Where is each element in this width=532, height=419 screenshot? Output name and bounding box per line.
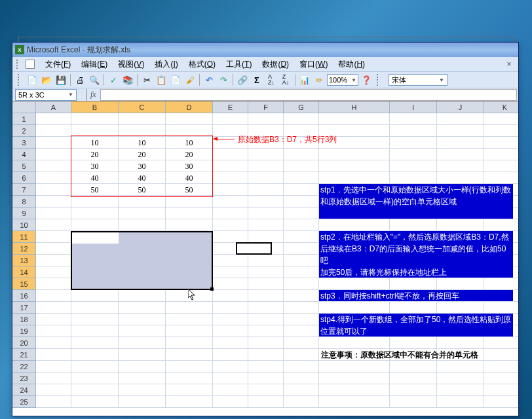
sort-asc-icon[interactable]: AZ↓ [265, 73, 278, 86]
cell[interactable] [166, 219, 213, 231]
row-header[interactable]: 25 [12, 396, 36, 408]
cell[interactable] [248, 325, 284, 337]
menu-window[interactable]: 窗口(W) [295, 58, 332, 71]
cell[interactable] [484, 278, 518, 290]
cell[interactable] [119, 325, 166, 337]
cell[interactable] [213, 290, 248, 302]
cell[interactable] [36, 278, 71, 290]
cell[interactable] [284, 349, 319, 361]
cell[interactable] [284, 290, 319, 302]
sort-desc-icon[interactable]: ZA↓ [279, 73, 292, 86]
cell[interactable] [248, 373, 284, 384]
cell[interactable] [248, 113, 284, 125]
cell[interactable] [36, 149, 71, 160]
cell[interactable] [36, 172, 71, 184]
cell[interactable] [213, 337, 248, 349]
research-icon[interactable]: 📚 [121, 73, 134, 86]
cell[interactable] [71, 314, 119, 325]
cell[interactable] [213, 255, 248, 266]
row-header[interactable]: 19 [12, 325, 36, 337]
col-header[interactable]: H [319, 101, 390, 113]
cell[interactable] [119, 373, 166, 384]
hyperlink-icon[interactable]: 🔗 [236, 73, 249, 86]
cell[interactable] [71, 361, 119, 373]
cell[interactable] [119, 302, 166, 314]
cell[interactable] [437, 137, 484, 149]
cell[interactable] [284, 113, 319, 125]
cell[interactable] [213, 349, 248, 361]
cell[interactable] [390, 113, 437, 125]
row-header[interactable]: 3 [12, 137, 36, 149]
cell[interactable] [284, 208, 319, 219]
cell[interactable] [36, 208, 71, 219]
cell[interactable] [71, 325, 119, 337]
data-cell[interactable]: 20 [71, 149, 119, 160]
cell[interactable] [484, 361, 518, 373]
cell[interactable] [284, 172, 319, 184]
cell[interactable] [484, 113, 518, 125]
cell[interactable] [319, 373, 390, 384]
cell[interactable] [248, 255, 284, 266]
formula-bar[interactable] [100, 89, 517, 101]
cell[interactable] [36, 302, 71, 314]
spelling-icon[interactable]: ✓ [107, 73, 120, 86]
col-header[interactable]: C [119, 101, 166, 113]
cell[interactable] [213, 302, 248, 314]
cell[interactable] [166, 208, 213, 219]
worksheet-grid[interactable]: ABCDEFGHIJK 1234567891011121314151617181… [12, 101, 518, 416]
cell[interactable] [166, 337, 213, 349]
redo-icon[interactable]: ↷ [217, 73, 230, 86]
cell[interactable] [390, 149, 437, 160]
cell[interactable] [484, 373, 518, 384]
cell[interactable] [166, 349, 213, 361]
paste-icon[interactable]: 📄 [169, 73, 182, 86]
cell[interactable] [213, 172, 248, 184]
cell[interactable] [213, 149, 248, 160]
cell[interactable] [71, 208, 119, 219]
cell[interactable] [484, 125, 518, 137]
cell[interactable] [319, 384, 390, 396]
cell[interactable] [437, 278, 484, 290]
cell[interactable] [248, 290, 284, 302]
cell[interactable] [390, 373, 437, 384]
cell[interactable] [390, 172, 437, 184]
menu-data[interactable]: 数据(D) [258, 58, 293, 71]
fill-handle[interactable] [210, 287, 214, 291]
cell[interactable] [437, 113, 484, 125]
cell[interactable] [319, 361, 390, 373]
cell[interactable] [166, 325, 213, 337]
cell[interactable] [71, 113, 119, 125]
cell[interactable] [248, 172, 284, 184]
cell[interactable] [213, 314, 248, 325]
cell[interactable] [213, 231, 248, 243]
cell[interactable] [119, 396, 166, 408]
row-header[interactable]: 18 [12, 314, 36, 325]
cell[interactable] [437, 302, 484, 314]
cell[interactable] [484, 384, 518, 396]
toolbar-handle[interactable] [18, 74, 22, 86]
cell[interactable] [284, 160, 319, 172]
cell[interactable] [36, 137, 71, 149]
cell[interactable] [319, 172, 390, 184]
cell[interactable] [319, 278, 390, 290]
cell[interactable] [119, 196, 166, 208]
cell[interactable] [248, 184, 284, 196]
col-header[interactable]: E [213, 101, 248, 113]
cell[interactable] [71, 396, 119, 408]
row-header[interactable]: 22 [12, 361, 36, 373]
cell[interactable] [390, 278, 437, 290]
cell[interactable] [437, 337, 484, 349]
cell[interactable] [71, 302, 119, 314]
cell[interactable] [390, 302, 437, 314]
cell[interactable] [71, 219, 119, 231]
cell[interactable] [284, 196, 319, 208]
cell[interactable] [390, 361, 437, 373]
cell[interactable] [484, 160, 518, 172]
cell[interactable] [484, 137, 518, 149]
cell[interactable] [119, 314, 166, 325]
cell[interactable] [248, 384, 284, 396]
cell[interactable] [248, 149, 284, 160]
col-header[interactable]: I [390, 101, 437, 113]
cell[interactable] [248, 349, 284, 361]
cell[interactable] [437, 396, 484, 408]
